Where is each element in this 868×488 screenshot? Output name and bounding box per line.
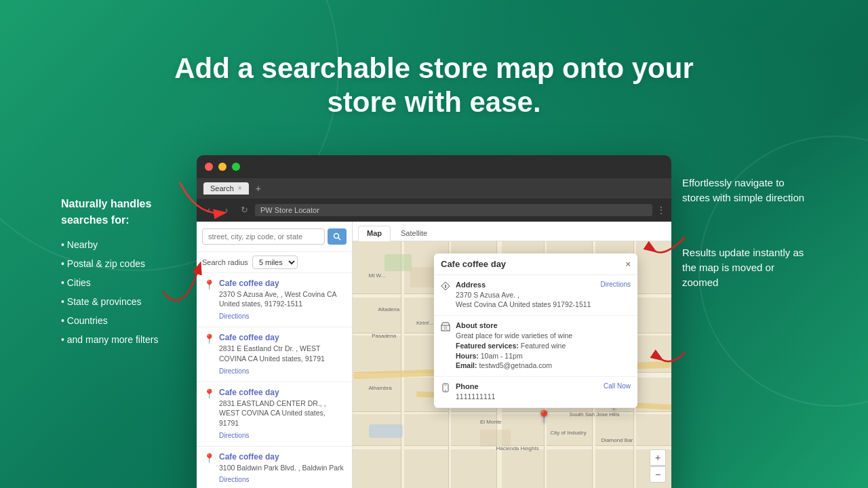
nav-menu-button[interactable]: ⋮ [656,205,666,216]
store-name: Cafe coffee day [219,333,347,342]
browser-window: Search × + ‹ › ↻ PW Store Locator ⋮ [197,155,671,488]
phone-value: 1111111111 [456,392,598,402]
radius-row: Search radius 5 miles [197,252,352,273]
popup-about-section: About store Great place for wide varieti… [434,316,637,377]
list-item: State & provinces [61,295,190,309]
svg-point-0 [334,233,339,238]
store-item: 📍 Cafe coffee day 3100 Baldwin Park Blvd… [197,447,352,488]
store-address: 2370 S Azusa Ave, , West Covina CA Unite… [219,289,347,309]
store-pin-icon: 📍 [203,453,215,464]
svg-rect-6 [444,327,447,331]
map-canvas[interactable]: Mt W... Altadena Kirinf... Mesa Pasadena… [353,241,671,488]
store-name: Cafe coffee day [219,279,347,288]
right-annotation-block2: Results update instantly as the map is m… [682,245,807,289]
store-address: 3100 Baldwin Park Blvd. , Baldwin Park [219,463,344,473]
store-address: 2831 E Eastland Ctr Dr. , WEST COVINA CA… [219,344,347,363]
map-area[interactable]: Map Satellite [353,222,671,488]
tab-close-icon[interactable]: × [238,184,242,192]
store-pin-icon: 📍 [203,333,215,344]
store-directions-link[interactable]: Directions [219,476,249,483]
new-tab-button[interactable]: + [253,183,264,194]
call-now-link[interactable]: Call Now [604,382,631,390]
store-info-popup: Cafe coffee day × [434,253,637,408]
store-list: 📍 Cafe coffee day 2370 S Azusa Ave, , We… [197,273,352,488]
svg-line-1 [338,237,341,240]
popup-address-section: Address 2370 S Azusa Ave. ,West Covina C… [434,275,637,316]
list-item: and many more filters [61,333,190,347]
store-item: 📍 Cafe coffee day 2831 E Eastland Ctr Dr… [197,327,352,382]
address-bar[interactable]: PW Store Locator [255,204,652,216]
phone-label: Phone [456,382,598,390]
window-maximize-dot[interactable] [232,163,240,171]
about-text: Great place for wide varieties of wine F… [456,331,631,371]
app-content: Search radius 5 miles 📍 Cafe coffee day … [197,222,671,488]
popup-close-button[interactable]: × [625,259,631,269]
left-annotation-list: Nearby Postal & zip codes Cities State &… [61,238,190,347]
search-icon [333,232,341,241]
map-tabs: Map Satellite [353,222,671,241]
search-input[interactable] [202,228,325,245]
directions-icon [441,281,450,293]
address-label: Address [456,281,595,289]
store-list-panel: Search radius 5 miles 📍 Cafe coffee day … [197,222,353,488]
map-zoom-controls: + − [650,449,666,483]
store-pin-icon: 📍 [203,388,215,399]
list-item: Countries [61,314,190,328]
browser-tab-bar: Search × + [197,178,671,199]
right-annotation: Effortlessly navigate to stores with sim… [671,155,807,331]
store-name: Cafe coffee day [219,388,347,397]
tab-map[interactable]: Map [358,226,391,241]
right-annotation-block1: Effortlessly navigate to stores with sim… [682,176,807,205]
browser-nav: ‹ › ↻ PW Store Locator ⋮ [197,199,671,222]
nav-refresh-button[interactable]: ↻ [237,205,251,215]
map-pin[interactable]: 📍 [536,409,551,424]
store-directions-link[interactable]: Directions [219,312,249,320]
search-button[interactable] [328,228,347,245]
store-name: Cafe coffee day [219,452,344,462]
store-icon [441,322,450,333]
popup-phone-section: Phone 1111111111 Call Now [434,377,637,408]
popup-header: Cafe coffee day × [434,253,637,275]
list-item: Postal & zip codes [61,257,190,271]
window-minimize-dot[interactable] [218,163,226,171]
browser-titlebar [197,155,671,178]
store-item: 📍 Cafe coffee day 2831 EASTLAND CENTER D… [197,382,352,447]
hero-title: Add a searchable store map onto your sto… [0,26,868,139]
arrow-left-decoration [176,176,231,230]
list-item: Nearby [61,238,190,252]
store-directions-link[interactable]: Directions [219,432,249,439]
tab-satellite[interactable]: Satellite [392,226,436,241]
left-annotation-heading: Naturally handles searches for: [61,196,190,228]
phone-icon [441,383,450,394]
radius-label: Search radius [202,258,248,266]
address-value: 2370 S Azusa Ave. ,West Covina CA United… [456,290,595,310]
svg-point-4 [445,287,446,288]
zoom-in-button[interactable]: + [650,449,666,466]
list-item: Cities [61,276,190,290]
store-address: 2831 EASTLAND CENTER DR., , WEST COVINA … [219,399,347,428]
zoom-out-button[interactable]: − [650,466,666,483]
store-pin-icon: 📍 [203,279,215,290]
store-item: 📍 Cafe coffee day 2370 S Azusa Ave, , We… [197,273,352,327]
store-directions-link[interactable]: Directions [219,367,249,375]
svg-point-8 [445,390,446,391]
about-label: About store [456,321,631,329]
directions-action-link[interactable]: Directions [601,281,631,288]
popup-title: Cafe coffee day [441,259,506,269]
window-close-dot[interactable] [205,163,213,171]
radius-select[interactable]: 5 miles [252,256,298,269]
